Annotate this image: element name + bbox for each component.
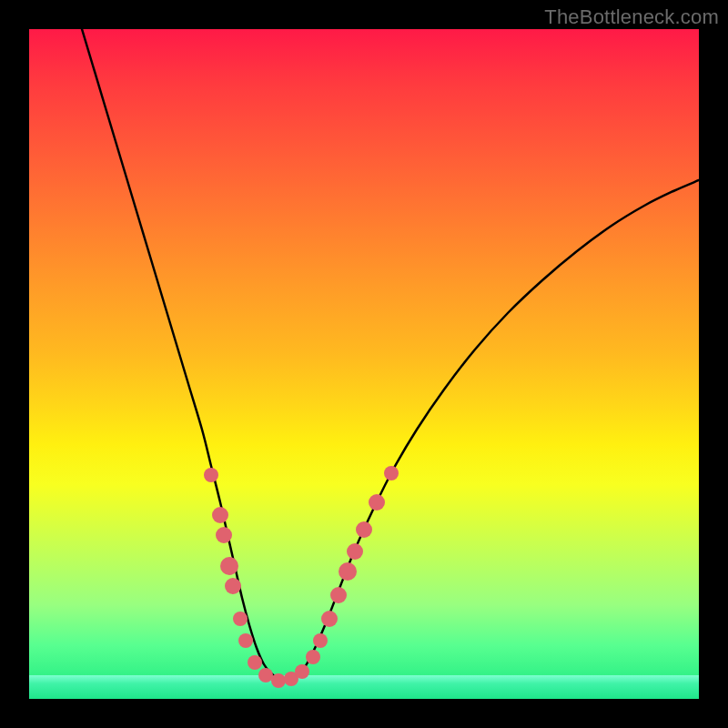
scatter-dot <box>216 527 232 543</box>
scatter-dot <box>258 668 273 682</box>
chart-stage: TheBottleneck.com <box>0 0 728 728</box>
scatter-dot <box>225 578 241 594</box>
scatter-dot <box>356 521 372 538</box>
left-curve <box>82 29 286 681</box>
scatter-dot <box>339 562 357 581</box>
plot-area <box>29 29 699 699</box>
scatter-dot <box>233 612 248 626</box>
curve-layer <box>29 29 699 699</box>
scatter-dot <box>204 468 218 482</box>
scatter-dot <box>220 557 238 575</box>
scatter-dots <box>204 466 399 688</box>
scatter-dot <box>313 633 328 648</box>
scatter-dot <box>248 655 262 670</box>
watermark-text: TheBottleneck.com <box>544 5 719 29</box>
scatter-dot <box>347 543 363 560</box>
scatter-dot <box>321 611 338 627</box>
scatter-dot <box>212 507 228 523</box>
scatter-dot <box>306 650 320 664</box>
scatter-dot <box>238 633 253 648</box>
scatter-dot <box>271 673 286 688</box>
scatter-dot <box>330 587 347 603</box>
scatter-dot <box>384 466 399 480</box>
right-curve <box>286 180 699 681</box>
scatter-dot <box>369 494 385 511</box>
scatter-dot <box>295 664 309 679</box>
